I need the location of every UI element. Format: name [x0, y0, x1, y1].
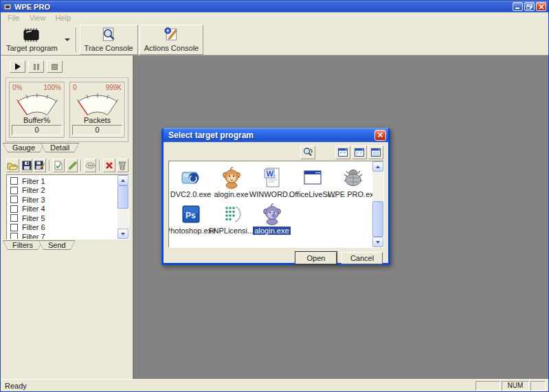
filter-toolbar [6, 159, 130, 172]
status-pane-empty [530, 381, 546, 391]
filter-checkbox[interactable] [10, 233, 18, 239]
program-item-label-selected: alogin.exe [253, 227, 290, 235]
document-check-icon [54, 161, 63, 170]
view-large-icons-button[interactable] [335, 146, 350, 159]
actions-console-button[interactable]: Actions Console [139, 25, 204, 55]
program-item-label: FNPLicensi... [209, 227, 254, 235]
filter-checkbox[interactable] [10, 196, 18, 203]
minimize-button[interactable] [513, 2, 523, 11]
open-button[interactable]: Open [295, 252, 337, 264]
filter-checkbox[interactable] [10, 214, 18, 222]
restore-button[interactable] [524, 2, 535, 11]
target-program-button[interactable]: Target program [2, 25, 73, 55]
dialog-titlebar[interactable]: Select target program [164, 128, 388, 142]
filter-tabs: Filters Send [3, 240, 133, 250]
check-filter-button[interactable] [53, 159, 65, 172]
trace-console-button[interactable]: Trace Console [80, 25, 138, 55]
trace-console-icon [100, 27, 117, 43]
actions-console-icon [162, 27, 180, 43]
save-as-filter-button[interactable] [34, 159, 45, 172]
tab-send-label: Send [48, 241, 66, 249]
dialog-close-button[interactable] [374, 130, 386, 141]
packets-gauge-label: Packets [71, 116, 123, 124]
play-button[interactable] [10, 60, 25, 73]
trash-filter-button[interactable] [117, 159, 128, 172]
delete-filter-button[interactable] [103, 159, 115, 172]
buffer-gauge-dial [12, 92, 62, 117]
filter-row[interactable]: Filter 3 [7, 195, 117, 205]
target-program-dropdown-icon[interactable] [65, 38, 70, 41]
filter-label: Filter 1 [22, 177, 45, 185]
filter-toolbar-separator [99, 160, 100, 171]
target-program-label: Target program [6, 44, 58, 52]
filter-row[interactable]: Filter 4 [7, 205, 117, 214]
svg-text:W: W [266, 170, 273, 178]
program-item-selected[interactable]: alogin.exe [251, 203, 292, 235]
filter-row[interactable]: Filter 5 [7, 214, 117, 223]
cancel-button[interactable]: Cancel [341, 252, 383, 264]
edit-filter-button[interactable] [66, 159, 78, 172]
program-item[interactable]: alogin.exe [211, 167, 251, 198]
packets-gauge-value: 0 [72, 125, 122, 135]
view-details-button[interactable] [368, 146, 383, 159]
filter-label: Filter 3 [22, 196, 45, 204]
filter-checkbox[interactable] [10, 177, 18, 185]
main-toolbar: Target program Trace Console Actions Con… [1, 23, 548, 56]
buffer-gauge: 0% 100% Buffer% 0 [9, 82, 65, 138]
program-item-label: DVC2.0.exe [170, 190, 211, 198]
filter-row[interactable]: Filter 6 [7, 223, 117, 233]
scroll-down-arrow[interactable] [372, 237, 383, 247]
app-icon [3, 3, 12, 10]
filter-row[interactable]: Filter 7 [7, 232, 117, 239]
window-titlebar[interactable]: WPE PRO [1, 1, 548, 12]
filter-row[interactable]: Filter 1 [7, 176, 117, 186]
program-item-label: WINWORD... [249, 190, 294, 198]
menu-file[interactable]: File [3, 13, 25, 23]
stop-button[interactable] [47, 60, 63, 73]
pause-button[interactable] [28, 60, 44, 73]
filter-label: Filter 6 [22, 223, 45, 231]
open-filter-button[interactable] [6, 159, 19, 172]
save-filter-button[interactable] [21, 159, 32, 172]
toggle-filter-button[interactable] [85, 159, 96, 172]
scroll-down-arrow[interactable] [117, 229, 128, 239]
scroll-up-arrow[interactable] [372, 161, 383, 172]
scroll-up-arrow[interactable] [117, 175, 128, 185]
menu-view[interactable]: View [25, 13, 51, 23]
save-as-icon [34, 161, 45, 170]
program-item[interactable]: W WINWORD... [251, 167, 292, 198]
tab-detail[interactable]: Detail [41, 143, 79, 152]
filter-row[interactable]: Filter 2 [7, 186, 117, 196]
save-icon [22, 161, 32, 170]
tab-gauge[interactable]: Gauge [3, 143, 45, 152]
program-item[interactable]: WPE PRO.exe [333, 167, 372, 198]
scrollbar-thumb[interactable] [117, 185, 128, 209]
menu-help[interactable]: Help [50, 13, 76, 23]
tab-gauge-label: Gauge [12, 143, 35, 152]
buffer-gauge-min: 0% [12, 84, 22, 91]
view-list-button[interactable] [352, 146, 367, 159]
filter-checkbox[interactable] [10, 187, 18, 194]
filter-checkbox[interactable] [10, 205, 18, 213]
open-folder-icon [7, 161, 19, 170]
program-item[interactable]: Ps Photoshop.exe [170, 203, 211, 235]
tab-filters[interactable]: Filters [3, 240, 43, 250]
pencil-icon [67, 161, 77, 170]
packets-gauge: 0 999K Packets 0 [69, 82, 125, 138]
play-icon [15, 63, 21, 70]
refresh-process-list-button[interactable] [300, 146, 315, 159]
close-button[interactable] [536, 2, 546, 11]
filter-checkbox[interactable] [10, 224, 18, 231]
packets-gauge-dial [73, 92, 122, 117]
status-pane-num: NUM [502, 381, 529, 391]
tab-send[interactable]: Send [38, 240, 76, 250]
program-item[interactable]: OfficeLiveSi... [292, 167, 333, 198]
packets-gauge-min: 0 [73, 84, 77, 91]
filter-list-scrollbar[interactable] [117, 175, 128, 239]
program-item[interactable]: DVC2.0.exe [170, 167, 211, 198]
filter-label: Filter 4 [22, 205, 45, 213]
program-item[interactable]: FNPLicensi... [211, 203, 251, 235]
program-list-scrollbar[interactable] [372, 161, 383, 247]
monkey-program-icon-selected [261, 203, 283, 225]
scrollbar-thumb[interactable] [372, 201, 383, 237]
